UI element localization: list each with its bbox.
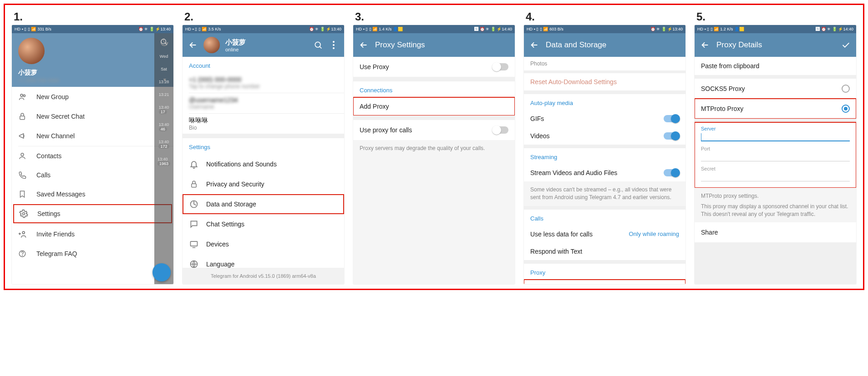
svg-point-8 [161,39,166,44]
stream-note: Some videos can't be streamed – e.g., al… [524,181,685,206]
menu-new-group[interactable]: New Group [12,87,173,107]
text-cursor [701,133,701,140]
username-row[interactable]: @username1234Username [183,93,344,113]
proxy-note: Proxy servers may degrade the quality of… [353,140,515,284]
proxy-settings-row[interactable]: Proxy Settings [524,280,685,284]
privacy-row[interactable]: Privacy and Security [183,174,344,194]
videos-toggle[interactable] [664,132,679,140]
stream-toggle[interactable] [664,169,679,176]
back-arrow-icon[interactable] [359,40,369,50]
bg-time: 13:40 [158,140,169,144]
mtproto-radio[interactable] [842,105,850,113]
menu-saved[interactable]: Saved Messages [12,185,173,204]
drawer-header: 小菠萝 +1 (000) 000 0000 ▼ [12,33,173,87]
server-field[interactable]: Server [695,124,856,144]
use-proxy-row[interactable]: Use Proxy [353,57,515,77]
server-label: Server [701,126,850,131]
devices-icon [189,239,199,249]
mtproto-row[interactable]: MTProto Proxy [695,99,856,119]
menu-settings[interactable]: Settings [13,204,173,224]
language-row[interactable]: Language [183,254,344,268]
notifications-row[interactable]: Notifications and Sounds [183,154,344,174]
new-message-fab[interactable] [152,263,171,281]
share-row[interactable]: Share [695,222,856,242]
svg-rect-13 [192,184,197,187]
back-arrow-icon[interactable] [700,40,710,50]
status-right: ⏰ ✳ 🔋 ⚡13:40 [309,27,341,31]
socks5-row[interactable]: SOCKS5 Proxy [695,79,856,99]
paste-row[interactable]: Paste from clipboard [695,57,856,75]
back-arrow-icon[interactable] [529,40,539,50]
bio-row[interactable]: 咻咻咻Bio [183,114,344,134]
add-proxy-row[interactable]: Add Proxy [353,97,515,115]
menu-new-channel[interactable]: New Channel [12,126,173,146]
menu-calls[interactable]: Calls [12,165,173,185]
tutorial-frame: 1. HD ▪ ▯ ▯ 📶 331 B/s ⏰ ✳ 🔋 ⚡13:40 小菠萝 +… [4,4,864,290]
data-scroll: Photos Reset Auto-Download Settings Auto… [524,57,685,284]
step-1: 1. HD ▪ ▯ ▯ 📶 331 B/s ⏰ ✳ 🔋 ⚡13:40 小菠萝 +… [12,10,173,284]
bg-time: 13:40 [157,157,168,161]
svg-point-7 [22,255,23,256]
devices-row[interactable]: Devices [183,234,344,254]
menu-contacts[interactable]: Contacts [12,146,173,165]
bg-time: Sat [161,67,167,71]
back-arrow-icon[interactable] [188,40,198,50]
avatar[interactable] [203,37,220,53]
status-bar: HD ▪ ▯ ▯ 📶 1.4 K/s 👤🟨 🅽 ⏰ ✳ 🔋 ⚡14:40 [353,25,515,33]
menu-invite[interactable]: Invite Friends [12,224,173,244]
socks5-radio[interactable] [842,85,850,93]
bell-icon [189,159,199,169]
invite-icon [18,230,27,239]
status-right: 🅽 ⏰ ✳ 🔋 ⚡14:40 [474,27,512,31]
gifs-row[interactable]: GIFs [524,110,685,127]
step-4: 4. HD ▪ ▯ ▯ 📶 603 B/s ⏰ ✳ 🔋 ⚡13:40 Data … [524,10,685,284]
use-proxy-calls-row[interactable]: Use proxy for calls [353,120,515,140]
step-2: 2. HD ▪ ▯ ▯ 📶 3.5 K/s ⏰ ✳ 🔋 ⚡13:40 小菠萝 o… [183,10,344,284]
gifs-toggle[interactable] [664,115,679,122]
gear-icon [19,209,28,218]
more-icon[interactable] [329,40,339,50]
less-data-row[interactable]: Use less data for callsOnly while roamin… [524,226,685,243]
chat-settings-row[interactable]: Chat Settings [183,214,344,234]
photos-row[interactable]: Photos [524,57,685,70]
lock-icon [18,112,27,120]
stream-row[interactable]: Stream Videos and Audio Files [524,164,685,181]
status-bar: HD ▪ ▯ ▯ 📶 3.5 K/s ⏰ ✳ 🔋 ⚡13:40 [183,25,344,33]
chat-icon [189,219,199,229]
svg-point-9 [315,42,320,47]
bg-time: 13:21 [159,92,169,97]
phone-row[interactable]: +1 (000) 000-0000Tap to change phone num… [183,73,344,93]
bg-time: Wed [160,54,168,59]
status-net: 1.2 K/s [720,27,733,31]
profile-name: 小菠萝 [225,38,308,47]
search-icon[interactable] [313,40,323,50]
status-bar: HD ▪ ▯ ▯ 📶 1.2 K/s 👤🟨 🅽 ⏰ ✳ 🔋 ⚡14:40 [695,25,856,33]
phone-icon [18,171,27,179]
status-left: HD ▪ ▯ ▯ 📶 [356,27,377,31]
svg-point-0 [20,94,23,96]
menu-faq[interactable]: Telegram FAQ [12,244,173,263]
respond-row[interactable]: Respond with Text [524,243,685,260]
port-field[interactable]: Port [695,144,856,164]
reset-row[interactable]: Reset Auto-Download Settings [524,73,685,90]
page-title: Proxy Settings [375,40,509,50]
phone-5: HD ▪ ▯ ▯ 📶 1.2 K/s 👤🟨 🅽 ⏰ ✳ 🔋 ⚡14:40 Pro… [695,25,856,284]
menu-new-secret-chat[interactable]: New Secret Chat [12,107,173,126]
calls-toggle[interactable] [493,126,508,134]
confirm-check-icon[interactable] [841,40,851,50]
status-bar: HD ▪ ▯ ▯ 📶 603 B/s ⏰ ✳ 🔋 ⚡13:40 [524,25,685,33]
use-proxy-toggle[interactable] [493,63,508,70]
secret-field[interactable]: Secret [695,164,856,184]
data-storage-row[interactable]: Data and Storage [183,194,344,214]
data-storage-header: Data and Storage [524,33,685,57]
svg-point-3 [21,153,24,156]
settings-header: 小菠萝 online [183,33,344,57]
status-left: HD ▪ ▯ ▯ 📶 [185,27,207,31]
bookmark-icon [18,190,27,198]
step-number: 2. [184,10,344,23]
status-right: 🅽 ⏰ ✳ 🔋 ⚡14:40 [816,27,853,31]
videos-row[interactable]: Videos [524,127,685,145]
person-icon [18,152,27,160]
note-title: MTProto proxy settings. [701,192,850,200]
avatar[interactable] [18,38,45,64]
